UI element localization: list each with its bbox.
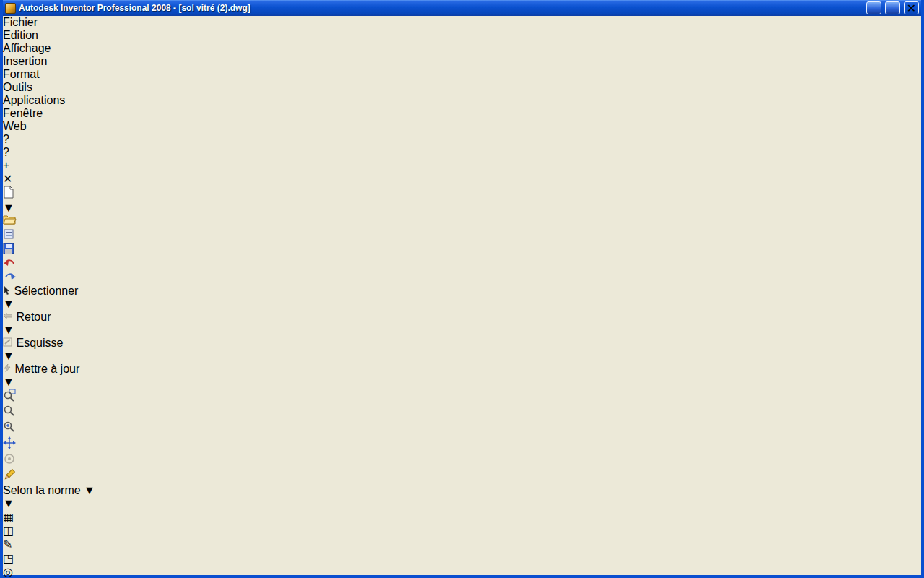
- dock-tool-button-3[interactable]: ✎: [3, 538, 921, 551]
- target-icon: ◎: [3, 566, 13, 578]
- mdi-close-button[interactable]: ✕: [3, 172, 921, 186]
- zoom-selected-button[interactable]: [3, 420, 921, 436]
- edit-pencil-icon: ✎: [3, 538, 12, 551]
- new-document-caret[interactable]: ▼: [3, 202, 921, 215]
- update-caret: ▼: [3, 376, 921, 389]
- menu-fenetre[interactable]: Fenêtre: [3, 107, 921, 120]
- menu-icon-group: ? +: [3, 146, 921, 172]
- cursor-icon: [3, 285, 11, 295]
- close-icon: ✕: [907, 1, 916, 15]
- close-button[interactable]: ✕: [904, 1, 919, 14]
- vault-document-icon: [3, 228, 14, 240]
- appearance-button[interactable]: [3, 468, 921, 484]
- secondary-combobox-dropdown: ▼: [3, 497, 14, 509]
- application-window: Autodesk Inventor Professional 2008 - [s…: [0, 0, 924, 578]
- insert-view-icon: ◳: [3, 552, 14, 564]
- pan-icon: [3, 436, 16, 449]
- sketch-button: Esquisse: [3, 337, 921, 350]
- open-button[interactable]: [3, 215, 921, 228]
- select-tool-button[interactable]: Sélectionner: [3, 285, 921, 298]
- save-button[interactable]: [3, 243, 921, 257]
- sketch-label: Esquisse: [16, 337, 63, 349]
- zoom-window-button[interactable]: [3, 389, 921, 405]
- orbit-button: [3, 452, 921, 468]
- sheets-icon: ◫: [3, 525, 14, 537]
- return-arrow-icon: [3, 312, 13, 321]
- dropdown-icon: ▼: [84, 484, 95, 496]
- menu-fichier[interactable]: Fichier: [3, 16, 921, 29]
- dock-tool-button-2[interactable]: ◫: [3, 524, 921, 538]
- menu-affichage[interactable]: Affichage: [3, 42, 921, 55]
- update-label: Mettre à jour: [14, 363, 79, 375]
- main-toolbar: ▼ Sélectionner ▼ Retour ▼: [3, 186, 921, 510]
- open-from-vault-button[interactable]: [3, 228, 921, 243]
- standard-combobox[interactable]: Selon la norme ▼: [3, 484, 921, 497]
- grid-icon: ▦: [3, 511, 14, 523]
- zoom-icon: [3, 405, 16, 418]
- menu-aide[interactable]: ?: [3, 133, 921, 146]
- zoom-button[interactable]: [3, 405, 921, 420]
- select-tool-label: Sélectionner: [14, 285, 78, 297]
- sketch-icon: [3, 337, 13, 347]
- open-folder-icon: [3, 215, 17, 225]
- return-button: Retour: [3, 311, 921, 324]
- zoom-window-icon: [3, 389, 16, 402]
- maximize-button[interactable]: [885, 1, 900, 14]
- mdi-close-icon: ✕: [3, 173, 12, 185]
- save-icon: [3, 243, 14, 254]
- menu-outils[interactable]: Outils: [3, 81, 921, 94]
- dock-tool-button-5[interactable]: ◎: [3, 565, 921, 578]
- new-document-button[interactable]: [3, 186, 921, 202]
- add-icon: +: [3, 159, 921, 172]
- help-icon: ?: [3, 146, 9, 158]
- pan-button[interactable]: [3, 436, 921, 452]
- dock-tool-button-4[interactable]: ◳: [3, 551, 921, 565]
- menu-format[interactable]: Format: [3, 68, 921, 81]
- update-lightning-icon: [3, 363, 12, 373]
- redo-button[interactable]: [3, 271, 921, 285]
- orbit-icon: [3, 452, 16, 465]
- menu-edition[interactable]: Edition: [3, 29, 921, 42]
- update-button: Mettre à jour: [3, 363, 921, 376]
- help-button[interactable]: ?: [3, 146, 921, 159]
- menu-insertion[interactable]: Insertion: [3, 55, 921, 68]
- return-caret: ▼: [3, 324, 921, 337]
- dropdown-icon: ▼: [3, 497, 14, 509]
- dock-tool-button-1[interactable]: ▦: [3, 510, 921, 524]
- select-tool-caret[interactable]: ▼: [3, 298, 921, 311]
- return-label: Retour: [16, 311, 51, 323]
- standard-combobox-dropdown[interactable]: ▼: [84, 484, 95, 496]
- menu-web[interactable]: Web: [3, 120, 921, 133]
- pencil-icon: [3, 468, 16, 481]
- undo-button[interactable]: [3, 257, 921, 271]
- menu-bar: Fichier Edition Affichage Insertion Form…: [3, 16, 921, 186]
- window-title: Autodesk Inventor Professional 2008 - [s…: [19, 3, 863, 13]
- inventor-app-icon: [5, 3, 16, 14]
- workspace: ▦ ◫ ✎ ◳ ◎ ⚑ ▥ ▧ ◉ ▣ ◇ ✦ ✕ ▼ ?: [3, 510, 921, 578]
- menu-applications[interactable]: Applications: [3, 94, 921, 107]
- redo-icon: [3, 271, 17, 282]
- standard-combobox-value: Selon la norme: [3, 484, 81, 496]
- mdi-window-buttons: ✕: [3, 172, 921, 186]
- new-document-icon: [3, 186, 14, 199]
- zoom-plus-icon: [3, 420, 16, 434]
- undo-icon: [3, 257, 17, 268]
- secondary-combobox: ▼: [3, 497, 921, 510]
- sketch-caret: ▼: [3, 350, 921, 363]
- minimize-button[interactable]: [866, 1, 881, 14]
- title-bar: Autodesk Inventor Professional 2008 - [s…: [3, 0, 921, 16]
- left-tool-dock: ▦ ◫ ✎ ◳ ◎ ⚑ ▥ ▧ ◉ ▣ ◇ ✦: [3, 510, 921, 578]
